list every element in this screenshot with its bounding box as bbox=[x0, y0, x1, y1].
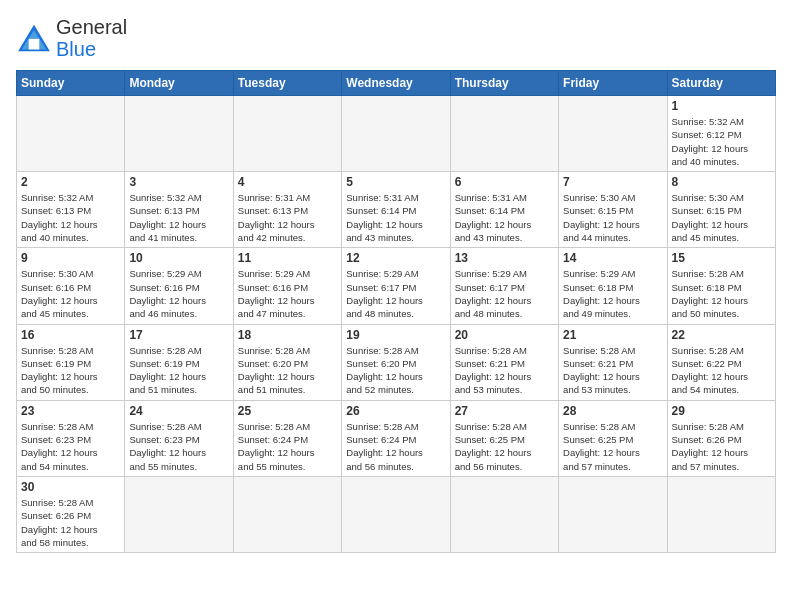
weekday-header-monday: Monday bbox=[125, 71, 233, 96]
day-number: 1 bbox=[672, 99, 771, 113]
day-info: Sunrise: 5:28 AM Sunset: 6:24 PM Dayligh… bbox=[238, 420, 337, 473]
calendar-cell-39 bbox=[450, 476, 558, 552]
day-number: 20 bbox=[455, 328, 554, 342]
day-number: 14 bbox=[563, 251, 662, 265]
weekday-header-wednesday: Wednesday bbox=[342, 71, 450, 96]
calendar-cell-15: 10Sunrise: 5:29 AM Sunset: 6:16 PM Dayli… bbox=[125, 248, 233, 324]
calendar-cell-37 bbox=[233, 476, 341, 552]
logo-text: General Blue bbox=[56, 16, 127, 60]
day-info: Sunrise: 5:28 AM Sunset: 6:26 PM Dayligh… bbox=[672, 420, 771, 473]
day-info: Sunrise: 5:28 AM Sunset: 6:26 PM Dayligh… bbox=[21, 496, 120, 549]
day-number: 12 bbox=[346, 251, 445, 265]
calendar-cell-32: 27Sunrise: 5:28 AM Sunset: 6:25 PM Dayli… bbox=[450, 400, 558, 476]
calendar-cell-16: 11Sunrise: 5:29 AM Sunset: 6:16 PM Dayli… bbox=[233, 248, 341, 324]
calendar-cell-35: 30Sunrise: 5:28 AM Sunset: 6:26 PM Dayli… bbox=[17, 476, 125, 552]
day-number: 10 bbox=[129, 251, 228, 265]
day-number: 5 bbox=[346, 175, 445, 189]
day-info: Sunrise: 5:28 AM Sunset: 6:20 PM Dayligh… bbox=[238, 344, 337, 397]
calendar-cell-7: 2Sunrise: 5:32 AM Sunset: 6:13 PM Daylig… bbox=[17, 172, 125, 248]
calendar-table: SundayMondayTuesdayWednesdayThursdayFrid… bbox=[16, 70, 776, 553]
day-number: 22 bbox=[672, 328, 771, 342]
calendar-cell-1 bbox=[125, 96, 233, 172]
day-number: 8 bbox=[672, 175, 771, 189]
calendar-cell-25: 20Sunrise: 5:28 AM Sunset: 6:21 PM Dayli… bbox=[450, 324, 558, 400]
calendar-cell-30: 25Sunrise: 5:28 AM Sunset: 6:24 PM Dayli… bbox=[233, 400, 341, 476]
weekday-header-thursday: Thursday bbox=[450, 71, 558, 96]
day-number: 19 bbox=[346, 328, 445, 342]
day-number: 29 bbox=[672, 404, 771, 418]
day-number: 4 bbox=[238, 175, 337, 189]
day-number: 28 bbox=[563, 404, 662, 418]
day-number: 30 bbox=[21, 480, 120, 494]
calendar-row-4: 16Sunrise: 5:28 AM Sunset: 6:19 PM Dayli… bbox=[17, 324, 776, 400]
day-info: Sunrise: 5:28 AM Sunset: 6:21 PM Dayligh… bbox=[455, 344, 554, 397]
calendar-row-2: 2Sunrise: 5:32 AM Sunset: 6:13 PM Daylig… bbox=[17, 172, 776, 248]
calendar-cell-28: 23Sunrise: 5:28 AM Sunset: 6:23 PM Dayli… bbox=[17, 400, 125, 476]
calendar-cell-6: 1Sunrise: 5:32 AM Sunset: 6:12 PM Daylig… bbox=[667, 96, 775, 172]
calendar-cell-27: 22Sunrise: 5:28 AM Sunset: 6:22 PM Dayli… bbox=[667, 324, 775, 400]
logo: General Blue bbox=[16, 16, 127, 60]
day-number: 18 bbox=[238, 328, 337, 342]
calendar-cell-21: 16Sunrise: 5:28 AM Sunset: 6:19 PM Dayli… bbox=[17, 324, 125, 400]
day-number: 24 bbox=[129, 404, 228, 418]
calendar-cell-26: 21Sunrise: 5:28 AM Sunset: 6:21 PM Dayli… bbox=[559, 324, 667, 400]
day-number: 7 bbox=[563, 175, 662, 189]
day-info: Sunrise: 5:28 AM Sunset: 6:22 PM Dayligh… bbox=[672, 344, 771, 397]
calendar-cell-12: 7Sunrise: 5:30 AM Sunset: 6:15 PM Daylig… bbox=[559, 172, 667, 248]
weekday-header-tuesday: Tuesday bbox=[233, 71, 341, 96]
calendar-cell-9: 4Sunrise: 5:31 AM Sunset: 6:13 PM Daylig… bbox=[233, 172, 341, 248]
calendar-cell-19: 14Sunrise: 5:29 AM Sunset: 6:18 PM Dayli… bbox=[559, 248, 667, 324]
calendar-cell-22: 17Sunrise: 5:28 AM Sunset: 6:19 PM Dayli… bbox=[125, 324, 233, 400]
weekday-header-saturday: Saturday bbox=[667, 71, 775, 96]
day-number: 27 bbox=[455, 404, 554, 418]
day-number: 25 bbox=[238, 404, 337, 418]
calendar-cell-2 bbox=[233, 96, 341, 172]
day-info: Sunrise: 5:29 AM Sunset: 6:16 PM Dayligh… bbox=[129, 267, 228, 320]
calendar-cell-18: 13Sunrise: 5:29 AM Sunset: 6:17 PM Dayli… bbox=[450, 248, 558, 324]
calendar-header-row: SundayMondayTuesdayWednesdayThursdayFrid… bbox=[17, 71, 776, 96]
day-info: Sunrise: 5:28 AM Sunset: 6:23 PM Dayligh… bbox=[21, 420, 120, 473]
day-info: Sunrise: 5:28 AM Sunset: 6:21 PM Dayligh… bbox=[563, 344, 662, 397]
day-number: 17 bbox=[129, 328, 228, 342]
calendar-cell-20: 15Sunrise: 5:28 AM Sunset: 6:18 PM Dayli… bbox=[667, 248, 775, 324]
day-info: Sunrise: 5:30 AM Sunset: 6:15 PM Dayligh… bbox=[672, 191, 771, 244]
day-info: Sunrise: 5:32 AM Sunset: 6:13 PM Dayligh… bbox=[21, 191, 120, 244]
logo-icon bbox=[16, 23, 52, 53]
day-number: 16 bbox=[21, 328, 120, 342]
day-info: Sunrise: 5:28 AM Sunset: 6:25 PM Dayligh… bbox=[455, 420, 554, 473]
calendar-cell-36 bbox=[125, 476, 233, 552]
day-info: Sunrise: 5:28 AM Sunset: 6:23 PM Dayligh… bbox=[129, 420, 228, 473]
calendar-cell-13: 8Sunrise: 5:30 AM Sunset: 6:15 PM Daylig… bbox=[667, 172, 775, 248]
calendar-cell-0 bbox=[17, 96, 125, 172]
calendar-cell-34: 29Sunrise: 5:28 AM Sunset: 6:26 PM Dayli… bbox=[667, 400, 775, 476]
day-number: 2 bbox=[21, 175, 120, 189]
day-number: 23 bbox=[21, 404, 120, 418]
calendar-cell-14: 9Sunrise: 5:30 AM Sunset: 6:16 PM Daylig… bbox=[17, 248, 125, 324]
day-number: 3 bbox=[129, 175, 228, 189]
calendar-cell-5 bbox=[559, 96, 667, 172]
calendar-cell-40 bbox=[559, 476, 667, 552]
calendar-cell-29: 24Sunrise: 5:28 AM Sunset: 6:23 PM Dayli… bbox=[125, 400, 233, 476]
svg-rect-2 bbox=[29, 39, 40, 50]
day-info: Sunrise: 5:29 AM Sunset: 6:16 PM Dayligh… bbox=[238, 267, 337, 320]
page-header: General Blue bbox=[16, 16, 776, 60]
calendar-cell-8: 3Sunrise: 5:32 AM Sunset: 6:13 PM Daylig… bbox=[125, 172, 233, 248]
day-info: Sunrise: 5:29 AM Sunset: 6:17 PM Dayligh… bbox=[346, 267, 445, 320]
calendar-cell-11: 6Sunrise: 5:31 AM Sunset: 6:14 PM Daylig… bbox=[450, 172, 558, 248]
day-number: 15 bbox=[672, 251, 771, 265]
day-number: 13 bbox=[455, 251, 554, 265]
weekday-header-friday: Friday bbox=[559, 71, 667, 96]
calendar-cell-33: 28Sunrise: 5:28 AM Sunset: 6:25 PM Dayli… bbox=[559, 400, 667, 476]
day-info: Sunrise: 5:28 AM Sunset: 6:25 PM Dayligh… bbox=[563, 420, 662, 473]
day-number: 9 bbox=[21, 251, 120, 265]
day-info: Sunrise: 5:28 AM Sunset: 6:20 PM Dayligh… bbox=[346, 344, 445, 397]
calendar-row-6: 30Sunrise: 5:28 AM Sunset: 6:26 PM Dayli… bbox=[17, 476, 776, 552]
calendar-row-5: 23Sunrise: 5:28 AM Sunset: 6:23 PM Dayli… bbox=[17, 400, 776, 476]
day-info: Sunrise: 5:31 AM Sunset: 6:14 PM Dayligh… bbox=[455, 191, 554, 244]
calendar-cell-3 bbox=[342, 96, 450, 172]
day-number: 6 bbox=[455, 175, 554, 189]
day-info: Sunrise: 5:32 AM Sunset: 6:13 PM Dayligh… bbox=[129, 191, 228, 244]
day-info: Sunrise: 5:29 AM Sunset: 6:18 PM Dayligh… bbox=[563, 267, 662, 320]
day-info: Sunrise: 5:28 AM Sunset: 6:18 PM Dayligh… bbox=[672, 267, 771, 320]
day-info: Sunrise: 5:31 AM Sunset: 6:14 PM Dayligh… bbox=[346, 191, 445, 244]
